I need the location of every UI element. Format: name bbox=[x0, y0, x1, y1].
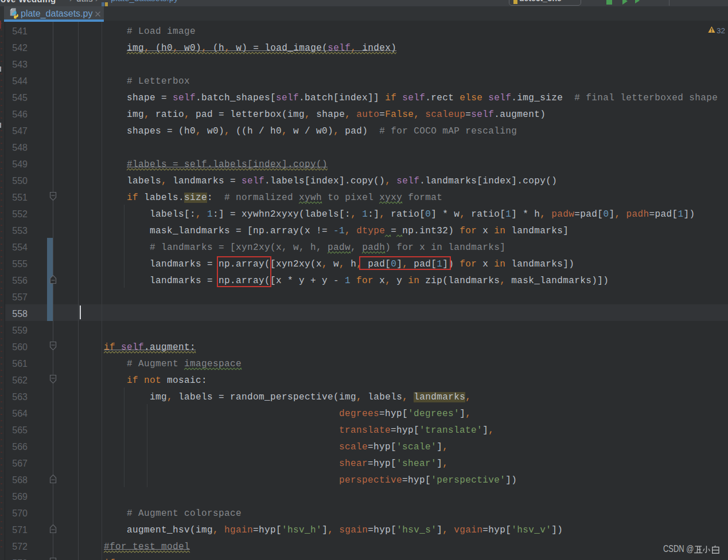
svg-text:32: 32 bbox=[717, 26, 725, 35]
